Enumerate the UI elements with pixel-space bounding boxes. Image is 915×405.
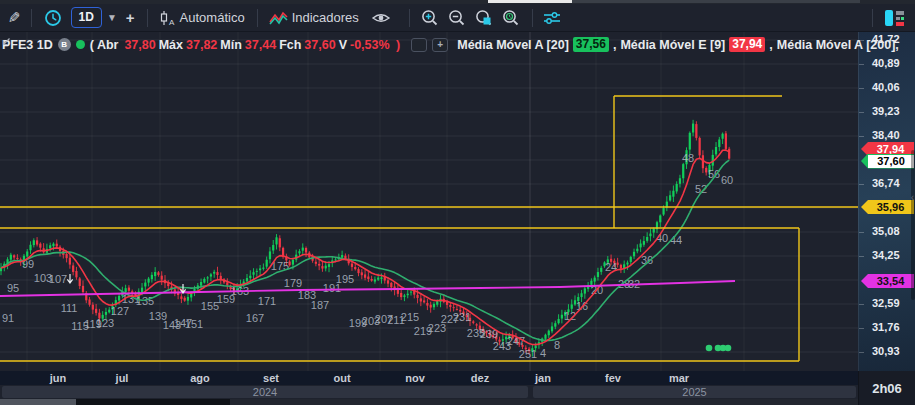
svg-text:91: 91 (2, 312, 14, 324)
price-tick (859, 112, 864, 113)
chart-canvas[interactable]: 9195991031071111151191231271311351391431… (0, 32, 858, 371)
market-open-dot-icon (76, 40, 85, 49)
price-tick (859, 88, 864, 89)
timeframe-button[interactable]: 1D (71, 7, 102, 27)
eye-icon[interactable] (371, 11, 391, 25)
ma-value-badge: 37,94 (729, 37, 765, 52)
price-label: 40,89 (872, 57, 914, 69)
svg-text:171: 171 (258, 295, 276, 307)
price-label: 36,74 (872, 177, 914, 189)
svg-text:8: 8 (554, 339, 560, 351)
year-row: 20242025 (0, 385, 858, 399)
scrollbar-track-dark (76, 399, 230, 405)
price-label: 32,59 (872, 297, 914, 309)
ma-legend-label[interactable]: Média Móvel A [20] (457, 38, 569, 52)
price-tick (859, 256, 864, 257)
month-label[interactable]: set (263, 372, 279, 384)
timeframe-dropdown-caret[interactable]: ▼ (107, 12, 117, 23)
svg-text:251: 251 (519, 348, 537, 360)
month-label[interactable]: dez (471, 372, 489, 384)
svg-text:231: 231 (453, 311, 471, 323)
zoom-out-icon[interactable] (448, 9, 466, 27)
zoom-region-icon[interactable] (475, 9, 493, 27)
month-label[interactable]: nov (405, 372, 425, 384)
restore-chart-button[interactable] (411, 38, 427, 52)
price-tick (859, 64, 864, 65)
zoom-in-icon[interactable] (421, 9, 439, 27)
main-toolbar: ✎ 1D ▼ + A Automático Indicadores (0, 4, 915, 32)
toolbar-divider (147, 9, 148, 27)
price-label: 40,06 (872, 81, 914, 93)
price-label: 38,40 (872, 129, 914, 141)
month-label[interactable]: ago (190, 372, 210, 384)
month-label[interactable]: fev (605, 372, 621, 384)
toolbar-divider (409, 9, 410, 27)
green-dots-drawing[interactable] (706, 345, 732, 352)
top-strip-gray (572, 0, 860, 3)
top-strip-highlight (488, 0, 572, 3)
bar-close-countdown: 2h06 (858, 371, 915, 405)
current-price-value: 37,60 (868, 155, 914, 168)
current-price-tag: 37,60 (861, 154, 914, 169)
toolbar-divider (31, 9, 32, 27)
draw-pencil-icon[interactable]: ✎ (8, 10, 21, 25)
toolbar-divider (532, 9, 533, 27)
indicators-button[interactable]: Indicadores (292, 10, 359, 25)
watchlist-panel-icon[interactable] (883, 8, 907, 28)
trading-platform-window: ✎ 1D ▼ + A Automático Indicadores (0, 0, 915, 405)
price-label: 31,76 (872, 321, 914, 333)
price-tick (859, 304, 864, 305)
price-scale[interactable]: 41,7240,8940,0639,2338,4036,7435,0834,25… (858, 32, 915, 371)
price-tick (859, 328, 864, 329)
ma-legend-separator: , (613, 38, 616, 52)
price-label: 34,25 (872, 249, 914, 261)
settings-sliders-icon[interactable] (542, 10, 562, 26)
svg-text:A: A (169, 18, 175, 27)
toolbar-divider (872, 9, 873, 27)
price-scale-scrollbar[interactable] (911, 150, 915, 300)
svg-text:60: 60 (721, 174, 733, 186)
svg-text:135: 135 (136, 295, 154, 307)
month-label[interactable]: out (333, 372, 350, 384)
month-label[interactable]: mar (669, 372, 689, 384)
ohlc-readout: (Abr37,80Máx37,82Mín37,44Fch37,60V-0,53%… (90, 38, 407, 52)
ma-legend[interactable]: Média Móvel A [20]37,56,Média Móvel E [9… (457, 37, 899, 52)
year-label: 2025 (682, 386, 706, 398)
toolbar-right-group (872, 8, 915, 28)
price-tag: 35,96 (861, 200, 914, 214)
chart-style-icon[interactable]: A (157, 9, 175, 27)
zoom-reset-icon[interactable] (502, 9, 520, 27)
ma-value-badge: 37,56 (573, 37, 609, 52)
indicators-icon[interactable] (268, 10, 288, 26)
price-tick (859, 136, 864, 137)
svg-text:167: 167 (246, 312, 264, 324)
chart-legend: PFE3 1D B (Abr37,80Máx37,82Mín37,44Fch37… (2, 37, 899, 52)
price-label: 39,23 (872, 105, 914, 117)
price-tick (859, 232, 864, 233)
horizontal-scrollbar[interactable] (0, 399, 858, 405)
price-label: 30,93 (872, 345, 914, 357)
svg-text:195: 195 (336, 273, 354, 285)
svg-text:179: 179 (284, 277, 302, 289)
ma-legend-label[interactable]: Média Móvel A [200], (777, 38, 899, 52)
add-comparison-button[interactable]: + (432, 38, 448, 52)
scrollbar-thumb[interactable] (0, 399, 76, 405)
add-interval-button[interactable]: + (126, 9, 135, 26)
year-label: 2024 (253, 386, 277, 398)
candle-auto-label[interactable]: Automático (180, 10, 245, 25)
month-label[interactable]: jun (50, 372, 67, 384)
svg-text:187: 187 (311, 299, 329, 311)
chart-area[interactable]: 9195991031071111151191231271311351391431… (0, 32, 858, 371)
toolbar-divider (257, 9, 258, 27)
exchange-badge-icon: B (58, 38, 71, 51)
svg-text:215: 215 (401, 311, 419, 323)
clock-icon[interactable] (44, 9, 62, 27)
month-label[interactable]: jan (535, 372, 551, 384)
svg-text:123: 123 (96, 317, 114, 329)
time-scale[interactable]: junjulagosetoutnovdezjanfevmar (0, 371, 858, 385)
svg-text:95: 95 (7, 282, 19, 294)
ma-legend-label[interactable]: Média Móvel E [9] (620, 38, 725, 52)
svg-text:4: 4 (540, 347, 546, 359)
month-label[interactable]: jul (116, 372, 129, 384)
ma-legend-separator: , (769, 38, 772, 52)
